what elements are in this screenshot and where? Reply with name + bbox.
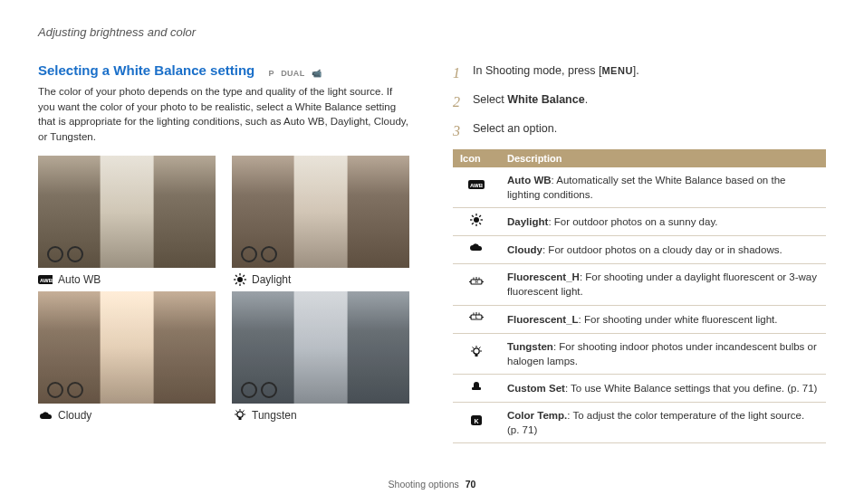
step-number: 2 <box>453 91 464 113</box>
right-column: 1 In Shooting mode, press [MENU]. 2 Sele… <box>453 62 826 443</box>
step-3: 3 Select an option. <box>453 120 826 142</box>
table-row: Color Temp.: To adjust the color tempera… <box>453 402 826 442</box>
th-icon: Icon <box>453 149 500 167</box>
fll-icon <box>467 311 485 324</box>
step-number: 3 <box>453 120 464 142</box>
intro-text: The color of your photo depends on the t… <box>38 84 411 145</box>
sample-cloudy: Cloudy <box>38 291 217 422</box>
step-2-text-b: . <box>585 93 588 106</box>
sample-daylight: Daylight <box>232 156 411 286</box>
caption-cloudy: Cloudy <box>58 409 91 422</box>
awb-icon <box>467 179 485 192</box>
step-number: 1 <box>453 62 464 84</box>
awb-icon <box>38 274 53 285</box>
table-row: Tungsten: For shooting indoor photos und… <box>453 333 826 374</box>
sun-icon <box>467 214 485 226</box>
thumb-auto-wb <box>38 156 216 268</box>
flh-icon <box>467 276 485 289</box>
row-description: Custom Set: To use White Balance setting… <box>500 374 826 402</box>
step-2: 2 Select White Balance. <box>453 91 826 113</box>
step-3-text: Select an option. <box>473 120 557 142</box>
row-description: Fluorescent_L: For shooting under white … <box>500 305 826 333</box>
steps-list: 1 In Shooting mode, press [MENU]. 2 Sele… <box>453 62 826 142</box>
menu-button-label: MENU <box>601 65 632 76</box>
mode-p: P <box>269 69 274 78</box>
mode-dual: DUAL <box>281 69 304 78</box>
table-row: Fluorescent_H: For shooting under a dayl… <box>453 264 826 305</box>
sample-auto-wb: Auto WB <box>38 156 217 286</box>
sample-tungsten: Tungsten <box>232 291 411 422</box>
caption-auto-wb: Auto WB <box>58 273 101 286</box>
breadcrumb: Adjusting brightness and color <box>38 25 826 39</box>
footer-section: Shooting options <box>389 479 459 490</box>
caption-daylight: Daylight <box>252 273 291 286</box>
k-icon <box>467 414 485 427</box>
row-description: Fluorescent_H: For shooting under a dayl… <box>500 264 826 305</box>
row-description: Auto WB: Automatically set the White Bal… <box>500 167 826 208</box>
th-description: Description <box>500 149 826 167</box>
bulb-icon <box>232 410 246 421</box>
left-column: Selecting a White Balance setting P DUAL… <box>38 62 411 443</box>
table-row: Cloudy: For outdoor photos on a cloudy d… <box>453 236 826 264</box>
step-1-text-b: ]. <box>633 64 639 77</box>
section-title: Selecting a White Balance setting <box>38 62 254 78</box>
bulb-icon <box>467 346 485 358</box>
step-1: 1 In Shooting mode, press [MENU]. <box>453 62 826 84</box>
mode-indicators: P DUAL 📹 <box>269 66 326 79</box>
sample-grid: Auto WB Daylight Cloudy <box>38 156 411 422</box>
row-description: Daylight: For outdoor photos on a sunny … <box>500 208 826 236</box>
step-2-bold: White Balance <box>507 93 584 106</box>
step-1-text-a: In Shooting mode, press [ <box>473 64 601 77</box>
caption-tungsten: Tungsten <box>252 409 297 422</box>
thumb-cloudy <box>38 291 216 404</box>
table-row: Daylight: For outdoor photos on a sunny … <box>453 208 826 236</box>
row-description: Cloudy: For outdoor photos on a cloudy d… <box>500 236 826 264</box>
row-description: Color Temp.: To adjust the color tempera… <box>500 402 826 442</box>
cloud-icon <box>38 410 53 421</box>
page-footer: Shooting options 70 <box>0 479 864 490</box>
options-table: Icon Description Auto WB: Automatically … <box>453 149 826 443</box>
table-row: Fluorescent_L: For shooting under white … <box>453 305 826 333</box>
table-row: Auto WB: Automatically set the White Bal… <box>453 167 826 208</box>
mode-video-icon: 📹 <box>312 69 322 78</box>
cloud-icon <box>467 242 485 254</box>
thumb-tungsten <box>232 291 409 404</box>
table-row: Custom Set: To use White Balance setting… <box>453 374 826 402</box>
sun-icon <box>232 274 246 285</box>
thumb-daylight <box>232 156 409 268</box>
page-number: 70 <box>466 479 476 490</box>
step-2-text-a: Select <box>473 93 507 106</box>
custom-icon <box>467 380 485 393</box>
row-description: Tungsten: For shooting indoor photos und… <box>500 333 826 374</box>
